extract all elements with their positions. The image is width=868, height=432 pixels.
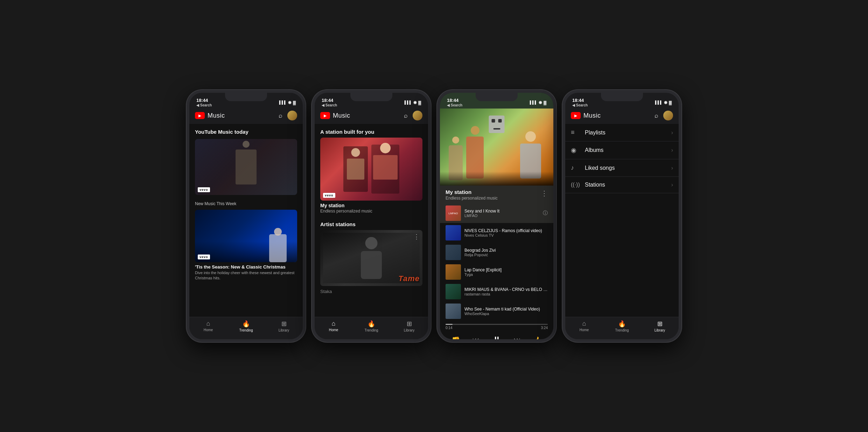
artist-card-2[interactable]: Tame ⋮	[320, 230, 422, 286]
progress-container-3[interactable]: 0:14 3:24	[440, 321, 553, 332]
station-img-2: vevo	[320, 138, 422, 201]
vevo-badge-3: vevo	[323, 193, 335, 198]
trending-label-4: Trending	[615, 328, 629, 332]
song-title-5: MIKRI MAUS & BVANA - CRNO vs BELO (offic…	[464, 287, 548, 292]
nav-trending-1[interactable]: 🔥 Trending	[227, 320, 265, 332]
albums-chevron: ›	[671, 147, 673, 153]
battery-icon-3: ▓	[544, 100, 546, 105]
status-bar-2: 18:44 ◀ Search ▌▌▌ ◉ ▓	[315, 93, 428, 109]
scroll-area-1[interactable]: YouTube Music today vevo vevo	[189, 124, 303, 317]
status-bar-1: 18:44 ◀ Search ▌▌▌ ◉ ▓	[189, 93, 303, 109]
screen-content-1: YouTube Music today vevo vevo	[189, 124, 303, 317]
song-info-btn-1[interactable]: ⓘ	[543, 210, 548, 216]
song-artist-1: LMFAO	[464, 214, 539, 218]
back-4[interactable]: ◀ Search	[572, 103, 588, 107]
now-playing-section: My station Endless personalized music ⋮	[440, 186, 553, 203]
library-stations[interactable]: ((·)) Stations ›	[565, 177, 679, 193]
nav-logo-2: ▶ Music	[320, 112, 350, 119]
card2-1[interactable]: vevo 'Tis the Season: New & Classic Chri…	[195, 210, 297, 281]
featured-card-1[interactable]: vevo vevo	[195, 139, 297, 195]
nav-library-4[interactable]: ⊞ Library	[641, 320, 679, 332]
station-name-2: My station	[320, 201, 422, 209]
station-card-2[interactable]: vevo My station Endless personalized mus…	[320, 138, 422, 214]
song-item-6[interactable]: Who See - Nemam ti kad (Official Video) …	[440, 301, 553, 321]
battery-icon-2: ▓	[418, 100, 421, 105]
progress-bar-3[interactable]	[446, 324, 548, 325]
yt-logo-4: ▶	[571, 112, 581, 119]
progress-times-3: 0:14 3:24	[446, 325, 548, 331]
song-item-3[interactable]: Beograd Jos Zivi Relja Popović	[440, 243, 553, 262]
screen-content-2: A station built for you	[315, 124, 428, 317]
more-btn-3[interactable]: ⋮	[541, 189, 548, 197]
wifi-icon-4: ◉	[664, 100, 667, 105]
phone-4: 18:44 ◀ Search ▌▌▌ ◉ ▓ ▶ Music ⌕	[562, 90, 681, 342]
card2-img-1: vevo	[195, 210, 297, 262]
bottom-nav-1: ⌂ Home 🔥 Trending ⊞ Library	[189, 317, 303, 339]
screen-content-4: ≡ Playlists › ◉ Albums › ♪ Liked songs	[565, 124, 679, 317]
back-3[interactable]: ◀ Search	[447, 103, 462, 107]
nav-home-2[interactable]: ⌂ Home	[315, 320, 352, 332]
next-btn-3[interactable]: ⏭	[514, 336, 521, 339]
screen-content-3: My station Endless personalized music ⋮ …	[440, 109, 553, 339]
time-3: 18:44	[447, 98, 462, 103]
avatar-4[interactable]	[663, 111, 673, 120]
yt-logo-1: ▶	[195, 112, 205, 119]
scroll-area-3[interactable]: My station Endless personalized music ⋮ …	[440, 109, 553, 339]
playback-controls-3: 👎 ⏮ ⏸ ⏭ 👍	[440, 332, 553, 339]
song-title-4: Lap Dance [Explicit]	[464, 267, 548, 272]
thumbup-btn-3[interactable]: 👍	[533, 336, 542, 340]
scroll-area-2[interactable]: A station built for you	[315, 124, 428, 317]
thumbdown-btn-3[interactable]: 👎	[451, 336, 460, 340]
search-button-1[interactable]: ⌕	[279, 112, 282, 119]
nav-title-1: Music	[208, 112, 225, 119]
nav-trending-4[interactable]: 🔥 Trending	[603, 320, 641, 332]
artist-card-more-2[interactable]: ⋮	[413, 233, 420, 241]
playlists-label: Playlists	[581, 130, 671, 136]
trending-label-1: Trending	[239, 328, 253, 332]
nav-home-1[interactable]: ⌂ Home	[189, 320, 227, 332]
back-1[interactable]: ◀ Search	[196, 103, 212, 107]
nav-trending-2[interactable]: 🔥 Trending	[352, 320, 390, 332]
np-sub-3: Endless personalized music	[446, 196, 498, 201]
back-2[interactable]: ◀ Search	[322, 103, 337, 107]
nav-home-4[interactable]: ⌂ Home	[565, 320, 603, 332]
avatar-1[interactable]	[287, 111, 297, 120]
pause-btn-3[interactable]: ⏸	[492, 334, 502, 339]
playlists-icon: ≡	[571, 129, 581, 136]
song-thumb-6	[446, 304, 461, 319]
battery-icon-4: ▓	[669, 100, 672, 105]
song-item-1[interactable]: LMFAO Sexy and I Know It LMFAO ⓘ	[440, 203, 553, 223]
time-total-3: 3:24	[541, 326, 548, 330]
song-item-4[interactable]: Lap Dance [Explicit] Tyga	[440, 262, 553, 282]
nav-logo-1: ▶ Music	[195, 112, 225, 119]
nav-title-2: Music	[333, 112, 350, 119]
nav-library-2[interactable]: ⊞ Library	[390, 320, 428, 332]
song-item-5[interactable]: MIKRI MAUS & BVANA - CRNO vs BELO (offic…	[440, 282, 553, 301]
wifi-icon-2: ◉	[413, 100, 417, 105]
song-title-6: Who See - Nemam ti kad (Official Video)	[464, 307, 548, 312]
scroll-area-4[interactable]: ≡ Playlists › ◉ Albums › ♪ Liked songs	[565, 124, 679, 317]
library-albums[interactable]: ◉ Albums ›	[565, 141, 679, 159]
nav-bar-4: ▶ Music ⌕	[565, 109, 679, 124]
nav-title-4: Music	[583, 112, 601, 119]
trending-icon-1: 🔥	[242, 320, 250, 328]
avatar-2[interactable]	[413, 111, 422, 120]
song-artist-5: rastaman rasta	[464, 292, 548, 296]
song-item-2[interactable]: NIVES CELZIJUS - Ramos (official video) …	[440, 223, 553, 243]
library-label-1: Library	[279, 328, 289, 332]
station-desc-2: Endless personalized music	[320, 209, 422, 214]
trending-label-2: Trending	[364, 328, 378, 332]
library-icon-2: ⊞	[407, 320, 412, 328]
nav-icons-1: ⌕	[279, 111, 297, 120]
prev-btn-3[interactable]: ⏮	[472, 336, 479, 339]
search-button-4[interactable]: ⌕	[654, 112, 658, 119]
nav-library-1[interactable]: ⊞ Library	[265, 320, 303, 332]
song-list-3: LMFAO Sexy and I Know It LMFAO ⓘ	[440, 203, 553, 321]
wifi-icon-3: ◉	[539, 100, 542, 105]
search-button-2[interactable]: ⌕	[404, 112, 408, 119]
phones-container: 18:44 ◀ Search ▌▌▌ ◉ ▓ ▶ Music ⌕	[180, 83, 688, 349]
song-title-1: Sexy and I Know It	[464, 209, 539, 214]
home-label-2: Home	[329, 328, 338, 332]
library-playlists[interactable]: ≡ Playlists ›	[565, 124, 679, 141]
library-liked-songs[interactable]: ♪ Liked songs ›	[565, 159, 679, 177]
